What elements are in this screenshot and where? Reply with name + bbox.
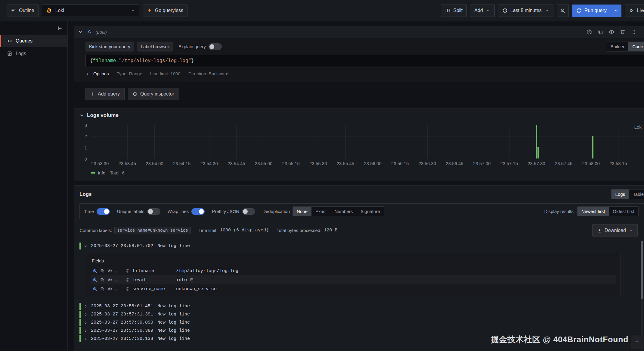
drag-query-handle[interactable] [631, 29, 637, 35]
order-option-newest[interactable]: Newest first [577, 207, 609, 216]
sidebar-item-queries[interactable]: Queries [0, 35, 67, 47]
add-dropdown-button[interactable]: Add [470, 5, 494, 17]
logs-volume-chart[interactable]: 0123 [91, 125, 644, 159]
dedup-option-numbers[interactable]: Numbers [330, 207, 357, 216]
query-row-actions [586, 29, 637, 35]
field-value: unknown_service [176, 287, 217, 292]
legend-series-name[interactable]: info [98, 170, 105, 175]
run-query-caret[interactable] [611, 5, 621, 17]
chevron-down-icon[interactable] [78, 30, 83, 34]
dedup-option-exact[interactable]: Exact [311, 207, 331, 216]
log-row[interactable]: 2025-03-27 23:58:01.702 New log line [79, 242, 644, 250]
volume-bar[interactable] [536, 125, 537, 158]
query-help-button[interactable] [586, 29, 592, 35]
collapse-outline-button[interactable] [56, 24, 64, 32]
zoom-out-time-button[interactable] [557, 5, 569, 17]
sidebar-item-logs[interactable]: Logs [0, 47, 67, 60]
log-message: New log line [157, 336, 190, 341]
field-value: info [176, 277, 187, 283]
logs-panel: Logs Logs Table Time Unique labels Wrap … [74, 185, 644, 351]
log-row[interactable]: 2025-03-27 23:57:30.389 New log line [79, 327, 644, 335]
dedup-option-none[interactable]: None [293, 207, 311, 216]
code-mode-option[interactable]: Code [628, 42, 644, 51]
volume-bar[interactable] [537, 147, 539, 158]
field-stats-button[interactable] [115, 287, 120, 291]
chevron-down-icon[interactable] [79, 113, 84, 118]
time-toggle[interactable] [97, 208, 110, 215]
logs-volume-xaxis: 23:53:3023:53:4523:54:0023:54:1523:54:30… [91, 159, 644, 167]
explain-query-toggle[interactable] [209, 43, 222, 50]
log-timestamp: 2025-03-27 23:57:30.890 [91, 320, 153, 325]
add-query-button[interactable]: Add query [85, 88, 125, 100]
volume-bar[interactable] [592, 136, 593, 158]
toggle-field-visibility-button[interactable] [107, 277, 112, 282]
field-stats-button[interactable] [115, 277, 120, 282]
field-value: /tmp/alloy-logs/log.log [176, 268, 238, 274]
chevron-right-icon[interactable] [84, 329, 88, 333]
copy-value-button[interactable] [190, 278, 194, 282]
scrollbar-thumb[interactable] [641, 241, 643, 299]
chevron-right-icon[interactable] [84, 312, 88, 317]
arrow-up-icon [634, 339, 640, 345]
log-row[interactable]: 2025-03-27 23:58:01.451 New log line [79, 302, 644, 310]
stats-bars-icon [115, 277, 120, 282]
query-row-header: A (Loki) [74, 26, 644, 38]
filter-out-value-button[interactable] [100, 287, 105, 291]
live-button[interactable]: Live [625, 5, 644, 17]
workspace: Queries Logs A (Loki) K [0, 21, 644, 351]
unique-labels-toggle[interactable] [147, 208, 160, 215]
split-button[interactable]: Split [441, 5, 467, 17]
outline-toggle-button[interactable]: Outline [7, 5, 39, 17]
toggle-query-visibility-button[interactable] [608, 29, 615, 35]
kick-start-query-button[interactable]: Kick start your query [85, 42, 134, 52]
wrap-lines-toggle[interactable] [191, 208, 205, 215]
logs-volume-title[interactable]: Logs volume [87, 112, 119, 118]
chevron-right-icon[interactable] [84, 321, 88, 325]
view-option-logs[interactable]: Logs [611, 190, 629, 199]
common-labels-badge[interactable]: service_name=unknown_service [114, 227, 190, 234]
field-stats-button[interactable] [115, 268, 120, 273]
chevron-right-icon[interactable] [84, 304, 88, 309]
chevron-down-icon[interactable] [84, 244, 88, 248]
log-row[interactable]: 2025-03-27 23:57:31.391 New log line [79, 310, 644, 318]
view-option-table[interactable]: Table [629, 190, 644, 199]
toggle-field-visibility-button[interactable] [107, 268, 112, 273]
run-query-main[interactable]: Run query [572, 5, 611, 17]
options-toggle[interactable]: Options [93, 71, 109, 76]
filter-for-value-button[interactable] [92, 268, 97, 273]
remove-query-button[interactable] [620, 29, 626, 35]
display-results-control: Display results Newest first Oldest firs… [544, 206, 643, 216]
go-queryless-label: Go queryless [155, 8, 183, 13]
builder-mode-option[interactable]: Builder [606, 42, 628, 51]
order-option-oldest[interactable]: Oldest first [609, 207, 638, 216]
run-query-button[interactable]: Run query [572, 5, 621, 17]
scroll-to-top-button[interactable] [631, 335, 643, 349]
duplicate-query-button[interactable] [597, 29, 603, 35]
go-queryless-button[interactable]: Go queryless [143, 5, 187, 17]
chevron-right-icon[interactable] [84, 337, 88, 341]
search-plus-icon [92, 287, 97, 291]
filter-out-value-button[interactable] [100, 268, 105, 273]
download-button[interactable]: Download [592, 224, 638, 237]
logs-scrollbar[interactable] [641, 241, 643, 350]
datasource-picker[interactable]: Loki [42, 5, 139, 17]
dedup-option-signature[interactable]: Signature [357, 207, 384, 216]
field-row-level: level info [91, 275, 616, 284]
logs-meta-bar: Common labels: service_name=unknown_serv… [79, 224, 644, 237]
legend-total: Total: 6 [110, 170, 124, 175]
time-range-picker[interactable]: Last 5 minutes [498, 5, 553, 17]
prettify-json-toggle[interactable] [242, 208, 255, 215]
query-inspector-button[interactable]: Query inspector [128, 88, 179, 100]
log-row[interactable]: 2025-03-27 23:57:30.890 New log line [79, 318, 644, 327]
filter-out-value-button[interactable] [100, 277, 105, 282]
query-editor-row: A (Loki) Kick start your query Label bro… [74, 26, 644, 82]
toggle-field-visibility-button[interactable] [107, 287, 112, 291]
line-limit-value: 1000 (6 displayed) [220, 228, 269, 233]
datasource-name: Loki [55, 8, 64, 13]
chevron-right-icon[interactable] [85, 72, 90, 76]
query-code-editor[interactable]: {filename="/tmp/alloy-logs/log.log"} [85, 55, 644, 67]
label-browser-button[interactable]: Label browser [137, 42, 173, 52]
filter-for-value-button[interactable] [92, 287, 97, 291]
log-message: New log line [157, 320, 190, 325]
filter-for-value-button[interactable] [92, 277, 97, 282]
